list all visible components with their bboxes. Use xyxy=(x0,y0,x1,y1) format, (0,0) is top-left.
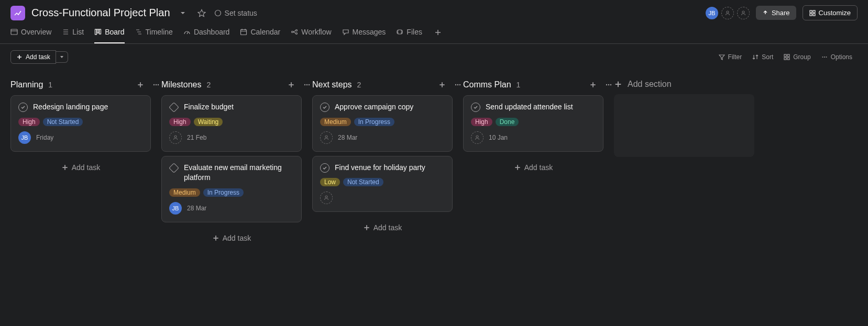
tab-files[interactable]: Files xyxy=(396,28,422,43)
add-section-button[interactable]: Add section xyxy=(614,74,765,94)
complete-check-icon[interactable] xyxy=(471,103,480,112)
filter-button[interactable]: Filter xyxy=(713,51,748,63)
svg-rect-17 xyxy=(784,58,786,60)
add-section-placeholder[interactable] xyxy=(614,94,754,157)
tab-timeline[interactable]: Timeline xyxy=(135,28,173,43)
tab-list[interactable]: List xyxy=(62,28,84,43)
tag[interactable]: In Progress xyxy=(203,188,244,197)
svg-point-37 xyxy=(476,136,478,138)
add-task-dropdown[interactable] xyxy=(56,51,68,63)
assignee-placeholder-icon[interactable] xyxy=(320,131,333,144)
tab-workflow[interactable]: Workflow xyxy=(291,28,331,43)
complete-check-icon[interactable] xyxy=(320,163,329,173)
complete-check-icon[interactable] xyxy=(320,103,329,112)
column-title[interactable]: Planning xyxy=(10,80,43,89)
options-button[interactable]: Options xyxy=(816,51,858,63)
task-card[interactable]: Approve campaign copyMediumIn Progress28… xyxy=(312,95,453,152)
milestone-icon[interactable] xyxy=(169,102,179,113)
add-task-button[interactable]: Add task xyxy=(10,50,56,64)
tab-label: Workflow xyxy=(301,28,331,36)
column-title[interactable]: Milestones xyxy=(161,80,201,89)
add-section-column: Add section xyxy=(614,74,765,250)
customize-button[interactable]: Customize xyxy=(803,5,858,20)
card-date[interactable]: Friday xyxy=(36,134,53,141)
assignee-placeholder-icon[interactable] xyxy=(320,192,333,204)
tag[interactable]: Done xyxy=(496,118,519,126)
group-button[interactable]: Group xyxy=(778,51,816,63)
add-member-icon[interactable] xyxy=(721,7,734,19)
task-card[interactable]: Find venue for holiday partyLowNot Start… xyxy=(312,156,453,212)
column-header: Next steps2 xyxy=(312,74,463,95)
column-add-icon[interactable] xyxy=(135,80,146,90)
svg-point-32 xyxy=(325,136,327,138)
set-status-button[interactable]: Set status xyxy=(214,9,257,17)
assignee-placeholder-icon[interactable] xyxy=(169,131,182,144)
group-label: Group xyxy=(793,53,810,61)
tab-messages[interactable]: Messages xyxy=(342,28,386,43)
customize-label: Customize xyxy=(819,9,851,17)
card-date[interactable]: 21 Feb xyxy=(187,134,206,141)
milestone-icon[interactable] xyxy=(169,163,179,173)
tag[interactable]: In Progress xyxy=(354,118,394,126)
column-add-task-button[interactable]: Add task xyxy=(463,156,603,179)
card-date[interactable]: 28 Mar xyxy=(338,134,357,141)
tag[interactable]: Not Started xyxy=(43,118,83,126)
column-title[interactable]: Next steps xyxy=(312,80,352,89)
column-more-icon[interactable] xyxy=(603,80,614,90)
card-footer xyxy=(320,192,445,204)
column-title[interactable]: Comms Plan xyxy=(463,80,511,89)
tab-board[interactable]: Board xyxy=(94,28,124,43)
assignee-placeholder-icon[interactable] xyxy=(471,131,484,144)
sort-button[interactable]: Sort xyxy=(747,51,778,63)
overview-icon xyxy=(10,28,18,36)
column-more-icon[interactable] xyxy=(302,80,312,90)
column-count: 2 xyxy=(357,81,361,89)
project-icon[interactable] xyxy=(10,6,25,20)
column-add-task-button[interactable]: Add task xyxy=(10,156,151,179)
column-add-icon[interactable] xyxy=(437,80,447,90)
svg-point-13 xyxy=(296,30,298,31)
complete-check-icon[interactable] xyxy=(18,103,28,112)
star-icon[interactable] xyxy=(195,7,208,19)
assignee-avatar[interactable]: JB xyxy=(169,202,182,215)
tag[interactable]: Low xyxy=(320,178,340,186)
tab-label: Overview xyxy=(21,28,51,36)
title-dropdown-icon[interactable] xyxy=(177,7,189,19)
svg-point-25 xyxy=(304,84,305,85)
share-button[interactable]: Share xyxy=(756,6,796,20)
tag[interactable]: High xyxy=(169,118,191,126)
column-more-icon[interactable] xyxy=(453,80,463,90)
tag[interactable]: Waiting xyxy=(194,118,223,126)
member-avatars: JB xyxy=(706,7,750,19)
project-title[interactable]: Cross-Functional Project Plan xyxy=(31,7,170,19)
timeline-icon xyxy=(135,28,142,36)
task-card[interactable]: Evaluate new email marketing platformMed… xyxy=(161,156,302,222)
tag[interactable]: Not Started xyxy=(343,178,383,186)
card-date[interactable]: 10 Jan xyxy=(489,134,508,141)
add-tab-button[interactable] xyxy=(433,30,443,41)
card-title: Evaluate new email marketing platform xyxy=(184,163,294,183)
task-card[interactable]: Send updated attendee listHighDone10 Jan xyxy=(463,95,603,152)
tab-label: Dashboard xyxy=(194,28,230,36)
column-add-icon[interactable] xyxy=(286,80,296,90)
card-date[interactable]: 28 Mar xyxy=(187,205,206,212)
add-task-label: Add task xyxy=(524,163,553,172)
tab-calendar[interactable]: Calendar xyxy=(240,28,280,43)
card-footer: JB28 Mar xyxy=(169,202,294,215)
column-more-icon[interactable] xyxy=(151,80,161,90)
tag[interactable]: High xyxy=(18,118,40,126)
tab-dashboard[interactable]: Dashboard xyxy=(183,28,230,43)
column-add-task-button[interactable]: Add task xyxy=(312,216,453,239)
tag[interactable]: Medium xyxy=(169,188,200,197)
tag[interactable]: Medium xyxy=(320,118,351,126)
task-card[interactable]: Finalize budgetHighWaiting21 Feb xyxy=(161,95,302,152)
column-add-icon[interactable] xyxy=(588,80,598,90)
svg-point-29 xyxy=(455,84,456,85)
add-member-icon[interactable] xyxy=(737,7,750,19)
avatar-user[interactable]: JB xyxy=(706,7,718,19)
task-card[interactable]: Redesign landing pageHighNot StartedJBFr… xyxy=(10,95,151,152)
tab-overview[interactable]: Overview xyxy=(10,28,51,43)
column-add-task-button[interactable]: Add task xyxy=(161,227,302,250)
assignee-avatar[interactable]: JB xyxy=(18,131,31,144)
tag[interactable]: High xyxy=(471,118,492,126)
